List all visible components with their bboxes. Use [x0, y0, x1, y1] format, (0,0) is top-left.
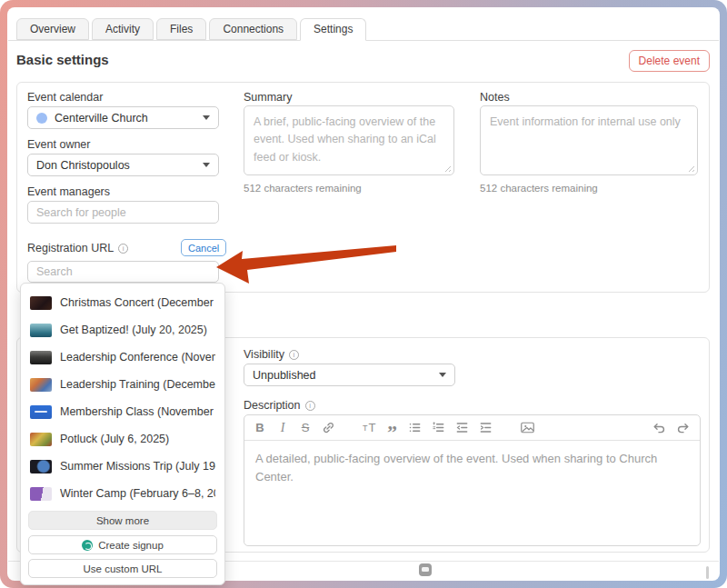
- undo-icon[interactable]: [652, 419, 666, 437]
- tab-settings[interactable]: Settings: [300, 18, 366, 41]
- registrations-app-icon: [82, 540, 93, 551]
- event-thumbnail: [30, 460, 52, 473]
- notes-textarea[interactable]: Event information for internal use only: [480, 105, 698, 175]
- outdent-icon[interactable]: [455, 419, 469, 437]
- notes-placeholder: Event information for internal use only: [490, 115, 681, 128]
- summary-char-counter: 512 characters remaining: [244, 183, 362, 194]
- ordered-list-icon[interactable]: [432, 419, 445, 437]
- visibility-label: Visibility: [244, 348, 299, 361]
- description-label-text: Description: [244, 399, 301, 412]
- registration-url-cancel-button[interactable]: Cancel: [181, 239, 226, 256]
- dropdown-item-christmas-concert[interactable]: Christmas Concert (December 20, 20…: [28, 289, 217, 316]
- visibility-select[interactable]: Unpublished: [244, 364, 455, 386]
- page-title: Basic settings: [16, 52, 109, 67]
- chevron-down-icon: [203, 163, 210, 167]
- event-thumbnail: [30, 433, 52, 446]
- dropdown-item-label: Christmas Concert (December 20, 20…: [60, 296, 215, 309]
- create-signup-label: Create signup: [98, 540, 164, 551]
- event-calendar-value: Centerville Church: [55, 112, 203, 125]
- dropdown-item-label: Potluck (July 6, 2025): [60, 433, 169, 445]
- notes-char-counter: 512 characters remaining: [480, 183, 598, 194]
- show-more-button[interactable]: Show more: [28, 511, 217, 530]
- registration-url-label-text: Registration URL: [27, 242, 114, 254]
- dropdown-item-summer-missions-trip[interactable]: Summer Missions Trip (July 19–27, 20…: [28, 453, 217, 480]
- summary-label: Summary: [244, 91, 292, 104]
- summary-textarea[interactable]: A brief, public-facing overview of the e…: [244, 105, 454, 175]
- italic-icon[interactable]: I: [276, 419, 289, 437]
- dropdown-item-label: Summer Missions Trip (July 19–27, 20…: [60, 460, 215, 473]
- bullet-list-icon[interactable]: [408, 419, 422, 437]
- delete-event-button[interactable]: Delete event: [629, 50, 710, 72]
- description-label: Description: [244, 399, 315, 412]
- editor-toolbar: B I S TT ”: [244, 415, 700, 441]
- registration-url-label: Registration URL: [27, 242, 128, 254]
- event-managers-label: Event managers: [27, 185, 110, 198]
- event-calendar-label: Event calendar: [27, 91, 103, 104]
- strikethrough-icon[interactable]: S: [299, 419, 312, 437]
- image-icon[interactable]: [520, 419, 535, 437]
- dropdown-item-potluck[interactable]: Potluck (July 6, 2025): [28, 425, 217, 453]
- dropdown-item-label: Leadership Training (December 4–6, …: [60, 378, 215, 391]
- bold-icon[interactable]: B: [254, 419, 266, 437]
- registration-url-dropdown: Christmas Concert (December 20, 20… Get …: [20, 283, 225, 585]
- app-window: Overview Activity Files Connections Sett…: [0, 0, 727, 588]
- dropdown-item-label: Get Baptized! (July 20, 2025): [60, 324, 207, 336]
- redo-icon[interactable]: [676, 419, 691, 437]
- tab-activity[interactable]: Activity: [92, 18, 154, 40]
- event-thumbnail: [30, 405, 52, 419]
- dropdown-item-get-baptized[interactable]: Get Baptized! (July 20, 2025): [28, 316, 217, 344]
- dropdown-item-label: Winter Camp (February 6–8, 2026): [60, 487, 215, 500]
- event-owner-label: Event owner: [27, 138, 90, 151]
- link-icon[interactable]: [322, 419, 335, 437]
- dropdown-item-winter-camp[interactable]: Winter Camp (February 6–8, 2026): [28, 480, 217, 507]
- visibility-value: Unpublished: [253, 369, 439, 382]
- scrollbar-thumb[interactable]: [706, 566, 709, 579]
- event-owner-value: Don Christopoulos: [36, 159, 203, 172]
- event-calendar-select[interactable]: Centerville Church: [27, 106, 219, 129]
- event-thumbnail: [30, 378, 52, 392]
- notes-label: Notes: [480, 91, 510, 104]
- tab-overview[interactable]: Overview: [16, 18, 89, 40]
- event-thumbnail: [30, 296, 52, 310]
- create-signup-button[interactable]: Create signup: [28, 535, 217, 554]
- event-thumbnail: [30, 324, 52, 337]
- font-size-icon[interactable]: TT: [363, 419, 375, 437]
- tab-files[interactable]: Files: [156, 18, 206, 40]
- dropdown-item-leadership-training[interactable]: Leadership Training (December 4–6, …: [28, 371, 217, 398]
- use-custom-url-button[interactable]: Use custom URL: [28, 559, 217, 578]
- event-thumbnail: [30, 487, 52, 501]
- description-editor[interactable]: B I S TT ”: [244, 414, 701, 546]
- resize-grip-icon[interactable]: [686, 164, 694, 172]
- info-icon: [118, 244, 128, 254]
- registration-url-search-input[interactable]: [27, 261, 219, 283]
- info-icon: [305, 401, 315, 411]
- info-icon: [289, 350, 299, 360]
- event-owner-select[interactable]: Don Christopoulos: [27, 154, 219, 176]
- indent-icon[interactable]: [479, 419, 493, 437]
- chevron-down-icon: [203, 115, 210, 120]
- visibility-label-text: Visibility: [244, 348, 284, 361]
- chat-bubble-icon[interactable]: [419, 563, 432, 576]
- resize-grip-icon[interactable]: [443, 164, 451, 172]
- blockquote-icon[interactable]: ”: [385, 419, 398, 437]
- description-placeholder[interactable]: A detailed, public-facing overview of th…: [244, 441, 700, 494]
- summary-placeholder: A brief, public-facing overview of the e…: [254, 115, 436, 164]
- event-managers-input[interactable]: [27, 201, 219, 224]
- calendar-color-dot-icon: [36, 113, 47, 124]
- chevron-down-icon: [439, 373, 446, 377]
- dropdown-item-leadership-conference[interactable]: Leadership Conference (November 9…: [28, 344, 217, 371]
- tab-bar: Overview Activity Files Connections Sett…: [16, 18, 366, 41]
- dropdown-item-membership-class[interactable]: Membership Class (November 2, 2025): [28, 398, 217, 425]
- dropdown-item-label: Leadership Conference (November 9…: [60, 351, 215, 364]
- tab-connections[interactable]: Connections: [209, 18, 297, 40]
- event-thumbnail: [30, 351, 52, 364]
- dropdown-item-label: Membership Class (November 2, 2025): [60, 405, 215, 418]
